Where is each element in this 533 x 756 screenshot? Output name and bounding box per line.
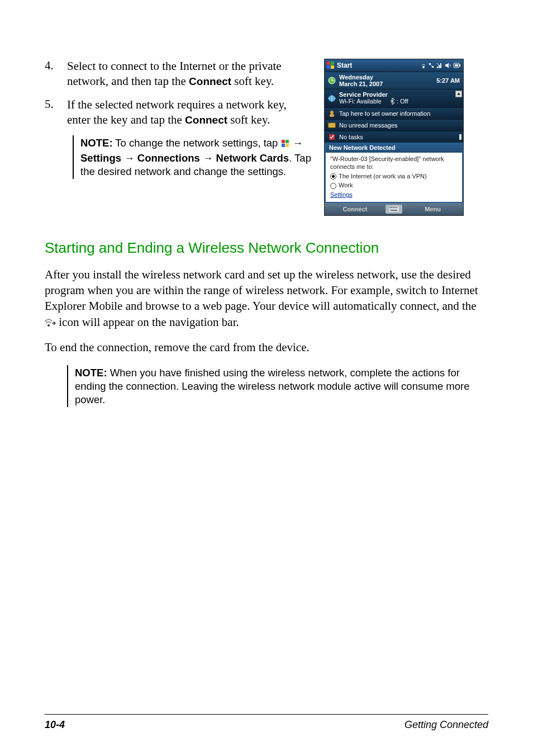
connect-tray-icon [428,62,435,69]
new-network-popup: New Network Detected "W-Router-03 [Secur… [325,143,463,203]
footer-page-number: 10-4 [45,719,65,731]
note-1-settings: Settings [80,152,121,164]
svg-marker-16 [445,63,449,68]
tray-icons [421,62,461,69]
radio-work[interactable]: Work [330,182,458,190]
radio-internet[interactable]: The Internet (or work via a VPN) [330,173,458,181]
battery-tray-icon [453,62,461,69]
step-4-b: soft key. [231,74,274,88]
page-footer: 10-4 Getting Connected [45,714,488,731]
connect-bold-2: Connect [185,114,227,126]
svg-rect-35 [393,207,394,208]
globe-icon [328,94,336,102]
device-tasks-text: No tasks [339,134,363,140]
envelope-icon [328,121,336,129]
device-unread-text: No unread messages [339,122,398,129]
svg-point-28 [330,111,334,114]
start-flag-icon [281,138,290,152]
wifi-connecting-icon [45,316,56,332]
svg-rect-3 [285,144,289,147]
device-title-bar[interactable]: Start [325,59,463,72]
note-1-p1: To change the network settings, tap [113,137,281,149]
softkey-menu[interactable]: Menu [402,206,463,212]
device-messages-row[interactable]: No unread messages [325,119,463,131]
svg-rect-19 [455,64,458,67]
note-1-network-cards: Network Cards [216,152,289,164]
svg-rect-34 [391,207,392,208]
tasks-icon [328,133,336,141]
device-owner-text: Tap here to set owner information [339,110,430,117]
step-5-b: soft key. [227,113,270,126]
svg-rect-6 [327,65,330,69]
signal-tray-icon [436,62,443,69]
note-1-prefix: NOTE: [80,137,113,149]
start-label[interactable]: Start [337,62,418,69]
bluetooth-icon [390,98,395,106]
scroll-thumb[interactable] [459,134,461,140]
body1-a: After you install the wireless network c… [45,268,478,313]
arrow-2: → [124,152,135,164]
note-2-prefix: NOTE: [75,367,107,379]
device-bt-off: : Off [395,98,408,105]
svg-line-11 [430,64,432,67]
step-4-number: 4. [45,59,67,89]
body1-b: icon will appear on the navigation bar. [59,315,239,329]
svg-rect-33 [389,207,391,208]
svg-point-39 [47,324,50,327]
svg-rect-12 [437,67,438,68]
radio-internet-label: The Internet (or work via a VPN) [339,173,427,181]
body-paragraph-1: After you install the wireless network c… [45,267,488,332]
step-5-number: 5. [45,97,67,128]
device-date: March 21, 2007 [339,81,383,87]
wifi-tray-icon [421,62,426,69]
svg-rect-37 [396,207,397,208]
softkey-bar: Connect Menu [325,203,463,215]
radio-button-selected-icon[interactable] [330,173,336,179]
popup-settings-link[interactable]: Settings [330,191,353,198]
device-time: 5:27 AM [436,77,460,84]
device-provider: Service Provider [339,91,408,98]
svg-rect-29 [330,114,334,117]
popup-title: New Network Detected [326,143,462,153]
svg-rect-4 [327,62,330,65]
device-screenshot: Start Wednesday March 21 [324,59,464,216]
owner-icon [328,110,336,117]
clock-icon [328,77,336,84]
volume-tray-icon [445,62,451,69]
body-paragraph-2: To end the connection, remove the card f… [45,339,488,355]
svg-rect-38 [391,210,397,211]
arrow-3: → [203,152,213,164]
device-tasks-row[interactable]: No tasks [325,131,463,143]
scroll-up-button[interactable] [455,91,462,97]
footer-title: Getting Connected [404,719,488,731]
note-1-connections: Connections [137,152,200,164]
device-day: Wednesday [339,74,383,81]
svg-rect-0 [282,140,285,143]
step-5-text: If the selected network requires a netwo… [67,97,313,128]
note-2-text: When you have finished using the wireles… [75,367,469,405]
popup-network-line: "W-Router-03 [Security-enabled]" network… [330,155,458,171]
softkey-connect[interactable]: Connect [325,206,386,212]
svg-rect-32 [388,206,399,212]
arrow-1: → [293,137,303,149]
note-2: NOTE: When you have finished using the w… [67,365,483,407]
radio-button-icon[interactable] [330,183,336,189]
svg-rect-18 [459,64,460,67]
svg-rect-7 [331,65,334,69]
note-1: NOTE: To change the network settings, ta… [73,135,313,179]
svg-rect-1 [285,140,289,143]
device-wifi: Wi-Fi: Available [339,98,382,105]
svg-rect-36 [394,207,396,208]
svg-point-8 [422,66,425,68]
section-heading: Starting and Ending a Wireless Network C… [45,239,488,257]
device-provider-row[interactable]: Service Provider Wi-Fi: Available : Off [325,89,463,107]
svg-rect-2 [282,144,285,147]
sip-keyboard-icon[interactable] [386,205,402,214]
connect-bold-1: Connect [189,75,231,87]
device-date-row[interactable]: Wednesday March 21, 2007 5:27 AM [325,72,463,89]
windows-flag-icon[interactable] [327,62,335,69]
svg-rect-5 [331,62,334,65]
step-4-text: Select to connect to the Internet or the… [67,59,313,89]
svg-marker-27 [457,92,460,95]
device-owner-row[interactable]: Tap here to set owner information [325,107,463,119]
